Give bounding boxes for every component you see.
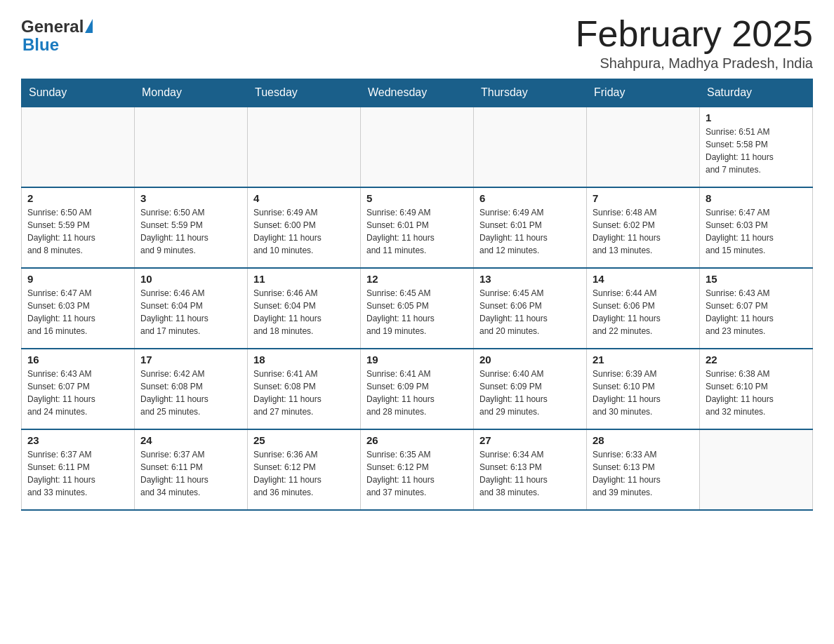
day-number: 21 [593,354,694,365]
day-info: Sunrise: 6:47 AM Sunset: 6:03 PM Dayligh… [706,206,807,257]
day-number: 6 [479,192,581,204]
calendar-title: February 2025 [576,14,813,54]
day-info: Sunrise: 6:43 AM Sunset: 6:07 PM Dayligh… [706,287,807,337]
day-number: 22 [706,354,807,365]
day-number: 11 [253,273,355,285]
calendar-cell [474,107,587,187]
calendar-week-2: 2Sunrise: 6:50 AM Sunset: 5:59 PM Daylig… [22,187,813,268]
day-number: 27 [479,434,581,446]
calendar-cell: 27Sunrise: 6:34 AM Sunset: 6:13 PM Dayli… [474,429,587,510]
day-info: Sunrise: 6:49 AM Sunset: 6:00 PM Dayligh… [253,206,355,257]
calendar-cell: 15Sunrise: 6:43 AM Sunset: 6:07 PM Dayli… [700,268,813,349]
header-tuesday: Tuesday [248,79,361,107]
calendar-cell: 22Sunrise: 6:38 AM Sunset: 6:10 PM Dayli… [700,349,813,429]
day-number: 25 [253,434,355,446]
calendar-cell: 13Sunrise: 6:45 AM Sunset: 6:06 PM Dayli… [474,268,587,349]
day-info: Sunrise: 6:41 AM Sunset: 6:09 PM Dayligh… [366,368,468,418]
day-number: 14 [593,273,694,285]
calendar-cell: 28Sunrise: 6:33 AM Sunset: 6:13 PM Dayli… [587,429,700,510]
calendar-body: 1Sunrise: 6:51 AM Sunset: 5:58 PM Daylig… [22,107,813,510]
calendar-cell: 6Sunrise: 6:49 AM Sunset: 6:01 PM Daylig… [474,187,587,268]
day-number: 15 [706,273,807,285]
day-number: 28 [593,434,694,446]
day-number: 12 [366,273,468,285]
calendar-cell [361,107,474,187]
logo-triangle-icon [85,19,93,33]
calendar-cell [700,429,813,510]
calendar-cell [587,107,700,187]
calendar-cell: 10Sunrise: 6:46 AM Sunset: 6:04 PM Dayli… [135,268,248,349]
day-number: 13 [479,273,581,285]
calendar-cell: 21Sunrise: 6:39 AM Sunset: 6:10 PM Dayli… [587,349,700,429]
calendar-cell: 3Sunrise: 6:50 AM Sunset: 5:59 PM Daylig… [135,187,248,268]
calendar-week-5: 23Sunrise: 6:37 AM Sunset: 6:11 PM Dayli… [22,429,813,510]
calendar-cell: 1Sunrise: 6:51 AM Sunset: 5:58 PM Daylig… [700,107,813,187]
calendar-cell: 18Sunrise: 6:41 AM Sunset: 6:08 PM Dayli… [248,349,361,429]
day-info: Sunrise: 6:45 AM Sunset: 6:06 PM Dayligh… [479,287,581,337]
day-info: Sunrise: 6:40 AM Sunset: 6:09 PM Dayligh… [479,368,581,418]
day-info: Sunrise: 6:41 AM Sunset: 6:08 PM Dayligh… [253,368,355,418]
calendar-cell: 23Sunrise: 6:37 AM Sunset: 6:11 PM Dayli… [22,429,135,510]
calendar-cell: 26Sunrise: 6:35 AM Sunset: 6:12 PM Dayli… [361,429,474,510]
calendar-week-3: 9Sunrise: 6:47 AM Sunset: 6:03 PM Daylig… [22,268,813,349]
calendar-cell: 7Sunrise: 6:48 AM Sunset: 6:02 PM Daylig… [587,187,700,268]
day-info: Sunrise: 6:45 AM Sunset: 6:05 PM Dayligh… [366,287,468,337]
calendar-cell: 19Sunrise: 6:41 AM Sunset: 6:09 PM Dayli… [361,349,474,429]
calendar-cell: 2Sunrise: 6:50 AM Sunset: 5:59 PM Daylig… [22,187,135,268]
calendar-cell: 25Sunrise: 6:36 AM Sunset: 6:12 PM Dayli… [248,429,361,510]
calendar-cell: 14Sunrise: 6:44 AM Sunset: 6:06 PM Dayli… [587,268,700,349]
calendar-subtitle: Shahpura, Madhya Pradesh, India [576,55,813,72]
day-number: 7 [593,192,694,204]
title-block: February 2025 Shahpura, Madhya Pradesh, … [576,14,813,72]
header-sunday: Sunday [22,79,135,107]
calendar-cell [248,107,361,187]
header-friday: Friday [587,79,700,107]
day-info: Sunrise: 6:39 AM Sunset: 6:10 PM Dayligh… [593,368,694,418]
day-info: Sunrise: 6:49 AM Sunset: 6:01 PM Dayligh… [366,206,468,257]
day-info: Sunrise: 6:36 AM Sunset: 6:12 PM Dayligh… [253,448,355,499]
day-info: Sunrise: 6:48 AM Sunset: 6:02 PM Dayligh… [593,206,694,257]
day-info: Sunrise: 6:37 AM Sunset: 6:11 PM Dayligh… [27,448,128,499]
day-info: Sunrise: 6:51 AM Sunset: 5:58 PM Dayligh… [706,126,807,176]
day-info: Sunrise: 6:42 AM Sunset: 6:08 PM Dayligh… [140,368,241,418]
header-monday: Monday [135,79,248,107]
day-info: Sunrise: 6:44 AM Sunset: 6:06 PM Dayligh… [593,287,694,337]
day-number: 1 [706,112,807,123]
calendar-cell: 8Sunrise: 6:47 AM Sunset: 6:03 PM Daylig… [700,187,813,268]
calendar-cell: 4Sunrise: 6:49 AM Sunset: 6:00 PM Daylig… [248,187,361,268]
day-number: 19 [366,354,468,365]
day-info: Sunrise: 6:46 AM Sunset: 6:04 PM Dayligh… [140,287,241,337]
day-info: Sunrise: 6:43 AM Sunset: 6:07 PM Dayligh… [27,368,128,418]
day-info: Sunrise: 6:50 AM Sunset: 5:59 PM Dayligh… [27,206,128,257]
day-number: 5 [366,192,468,204]
day-number: 9 [27,273,128,285]
calendar-week-1: 1Sunrise: 6:51 AM Sunset: 5:58 PM Daylig… [22,107,813,187]
header-row: Sunday Monday Tuesday Wednesday Thursday… [22,79,813,107]
day-number: 26 [366,434,468,446]
day-info: Sunrise: 6:46 AM Sunset: 6:04 PM Dayligh… [253,287,355,337]
day-number: 23 [27,434,128,446]
day-info: Sunrise: 6:33 AM Sunset: 6:13 PM Dayligh… [593,448,694,499]
day-number: 17 [140,354,241,365]
day-number: 3 [140,192,241,204]
day-info: Sunrise: 6:37 AM Sunset: 6:11 PM Dayligh… [140,448,241,499]
header-saturday: Saturday [700,79,813,107]
calendar-table: Sunday Monday Tuesday Wednesday Thursday… [21,79,813,511]
day-number: 24 [140,434,241,446]
day-number: 18 [253,354,355,365]
day-info: Sunrise: 6:49 AM Sunset: 6:01 PM Dayligh… [479,206,581,257]
calendar-cell: 9Sunrise: 6:47 AM Sunset: 6:03 PM Daylig… [22,268,135,349]
day-info: Sunrise: 6:38 AM Sunset: 6:10 PM Dayligh… [706,368,807,418]
logo: General Blue [21,14,93,55]
day-number: 20 [479,354,581,365]
logo-general-text: General [21,18,84,36]
page-header: General Blue February 2025 Shahpura, Mad… [21,14,813,72]
day-number: 10 [140,273,241,285]
calendar-cell: 24Sunrise: 6:37 AM Sunset: 6:11 PM Dayli… [135,429,248,510]
calendar-header: Sunday Monday Tuesday Wednesday Thursday… [22,79,813,107]
calendar-cell: 5Sunrise: 6:49 AM Sunset: 6:01 PM Daylig… [361,187,474,268]
calendar-cell: 20Sunrise: 6:40 AM Sunset: 6:09 PM Dayli… [474,349,587,429]
header-thursday: Thursday [474,79,587,107]
header-wednesday: Wednesday [361,79,474,107]
calendar-cell [135,107,248,187]
